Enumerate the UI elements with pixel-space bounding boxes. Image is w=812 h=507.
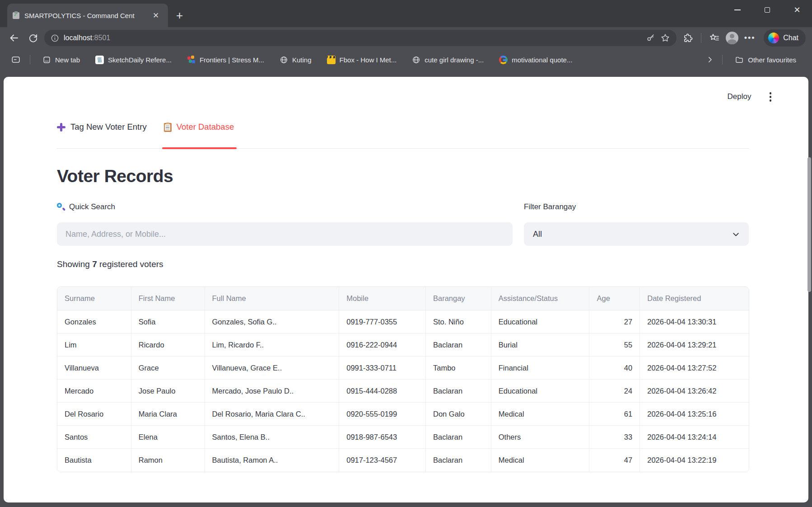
bookmark-fbox[interactable]: Fbox - How I Met... xyxy=(319,52,405,67)
table-row[interactable]: Del RosarioMaria ClaraDel Rosario, Maria… xyxy=(57,403,749,426)
password-key-icon[interactable] xyxy=(646,33,656,43)
table-cell: 2026-04-04 13:22:19 xyxy=(640,449,749,472)
table-cell: Santos, Elena B.. xyxy=(205,426,340,449)
table-cell: Maria Clara xyxy=(131,403,205,426)
table-cell: 61 xyxy=(589,403,640,426)
settings-ellipsis-icon[interactable]: ••• xyxy=(742,30,757,46)
url-text: localhost:8501 xyxy=(64,34,110,42)
site-info-icon[interactable] xyxy=(51,34,59,42)
window-controls: ✕ xyxy=(723,0,812,20)
page-title: Voter Records xyxy=(57,166,173,186)
table-cell: 33 xyxy=(589,426,640,449)
bookmarks-divider xyxy=(30,55,30,65)
table-cell: 24 xyxy=(589,380,640,403)
column-header[interactable]: Barangay xyxy=(426,287,491,310)
copilot-logo-icon xyxy=(768,33,779,43)
profile-avatar[interactable] xyxy=(726,32,738,44)
table-cell: 2026-04-04 13:29:21 xyxy=(640,333,749,357)
bookmark-frontiers[interactable]: Frontiers | Stress M... xyxy=(179,52,272,67)
table-cell: Educational xyxy=(491,310,590,333)
address-bar[interactable]: localhost:8501 xyxy=(44,30,677,46)
table-cell: 0915-444-0288 xyxy=(339,380,426,403)
column-header[interactable]: Surname xyxy=(57,287,131,310)
column-header[interactable]: Mobile xyxy=(339,287,426,310)
search-input[interactable] xyxy=(57,222,513,246)
app-menu-kebab-icon[interactable] xyxy=(767,89,775,104)
table-cell: Del Rosario, Maria Clara C.. xyxy=(205,403,340,426)
app-viewport: Deploy Tag New Voter Entry Voter Databas… xyxy=(4,77,808,502)
minimize-button[interactable] xyxy=(723,0,752,20)
favorites-list-icon[interactable] xyxy=(707,30,722,46)
table-cell: Baclaran xyxy=(426,449,491,472)
refresh-icon[interactable] xyxy=(25,30,41,46)
copilot-chat-button[interactable]: Chat xyxy=(764,29,806,47)
column-header[interactable]: Date Registered xyxy=(640,287,749,310)
table-cell: Baclaran xyxy=(426,380,491,403)
table-cell: Burial xyxy=(491,333,590,357)
column-header[interactable]: Full Name xyxy=(205,287,340,310)
tab-tag-new-voter-entry[interactable]: Tag New Voter Entry xyxy=(57,122,147,134)
deploy-button[interactable]: Deploy xyxy=(728,92,751,101)
browser-tab-strip: ✓ SMARTPOLYTICS - Command Cent ✕ + ✕ xyxy=(0,0,812,27)
tab-close-icon[interactable]: ✕ xyxy=(151,11,161,20)
bookmarks-overflow-chevron-icon[interactable] xyxy=(702,52,718,67)
table-row[interactable]: GonzalesSofiaGonzales, Sofia G..0919-777… xyxy=(57,310,749,333)
barangay-select[interactable]: All xyxy=(524,222,749,246)
table-row[interactable]: LimRicardoLim, Ricardo F..0916-222-0944B… xyxy=(57,333,749,357)
table-cell: Others xyxy=(491,426,590,449)
table-row[interactable]: SantosElenaSantos, Elena B..0918-987-654… xyxy=(57,426,749,449)
extensions-puzzle-icon[interactable] xyxy=(680,30,695,46)
table-cell: Baclaran xyxy=(426,333,491,357)
table-cell: 55 xyxy=(589,333,640,357)
chevron-down-icon xyxy=(731,230,741,239)
table-cell: Bautista xyxy=(57,449,131,472)
table-cell: 47 xyxy=(589,449,640,472)
table-cell: Sto. Niño xyxy=(426,310,491,333)
filter-barangay-label: Filter Barangay xyxy=(524,202,576,211)
tab-actions-icon[interactable] xyxy=(8,52,23,67)
back-icon[interactable] xyxy=(6,30,22,46)
table-cell: Baclaran xyxy=(426,426,491,449)
new-tab-page-icon xyxy=(42,56,51,64)
table-cell: 0918-987-6543 xyxy=(339,426,426,449)
folder-icon xyxy=(735,55,744,64)
tab-favicon-clipboard-icon: ✓ xyxy=(13,11,20,19)
table-cell: Lim xyxy=(57,333,131,357)
plus-icon xyxy=(57,123,65,131)
bookmark-sketchdaily[interactable]: SketchDaily Refere... xyxy=(88,52,179,67)
table-cell: 2026-04-04 13:27:52 xyxy=(640,357,749,380)
table-cell: Ramon xyxy=(131,449,205,472)
table-cell: 2026-04-04 13:25:16 xyxy=(640,403,749,426)
column-header[interactable]: Assistance/Status xyxy=(491,287,590,310)
maximize-button[interactable] xyxy=(752,0,782,20)
other-favourites-button[interactable]: Other favourites xyxy=(727,52,804,67)
table-cell: 27 xyxy=(589,310,640,333)
page-scrollbar[interactable] xyxy=(807,157,811,292)
bookmark-motivational-quote[interactable]: motivational quote... xyxy=(491,52,580,67)
column-header[interactable]: First Name xyxy=(131,287,205,310)
favorite-star-icon[interactable] xyxy=(660,33,670,43)
table-cell: Tambo xyxy=(426,357,491,380)
table-cell: Elena xyxy=(131,426,205,449)
tab-voter-database[interactable]: Voter Database xyxy=(164,122,234,134)
table-cell: Educational xyxy=(491,380,590,403)
table-cell: Don Galo xyxy=(426,403,491,426)
browser-tab[interactable]: ✓ SMARTPOLYTICS - Command Cent ✕ xyxy=(7,4,168,27)
toolbar-divider xyxy=(701,33,701,43)
table-cell: Jose Paulo xyxy=(131,380,205,403)
new-tab-button[interactable]: + xyxy=(176,9,183,23)
bookmark-new-tab[interactable]: New tab xyxy=(35,52,88,67)
table-row[interactable]: MercadoJose PauloMercado, Jose Paulo D..… xyxy=(57,380,749,403)
table-row[interactable]: BautistaRamonBautista, Ramon A..0917-123… xyxy=(57,449,749,472)
table-cell: Sofia xyxy=(131,310,205,333)
google-icon xyxy=(499,56,508,64)
bookmark-kuting[interactable]: Kuting xyxy=(272,52,319,67)
results-count: 7 xyxy=(92,259,97,269)
table-cell: 40 xyxy=(589,357,640,380)
close-button[interactable]: ✕ xyxy=(782,0,812,20)
table-cell: Lim, Ricardo F.. xyxy=(205,333,340,357)
table-row[interactable]: VillanuevaGraceVillanueva, Grace E..0991… xyxy=(57,357,749,380)
bookmark-cute-girl-drawing[interactable]: cute girl drawing -... xyxy=(404,52,491,67)
clapperboard-icon xyxy=(327,56,336,64)
column-header[interactable]: Age xyxy=(589,287,640,310)
